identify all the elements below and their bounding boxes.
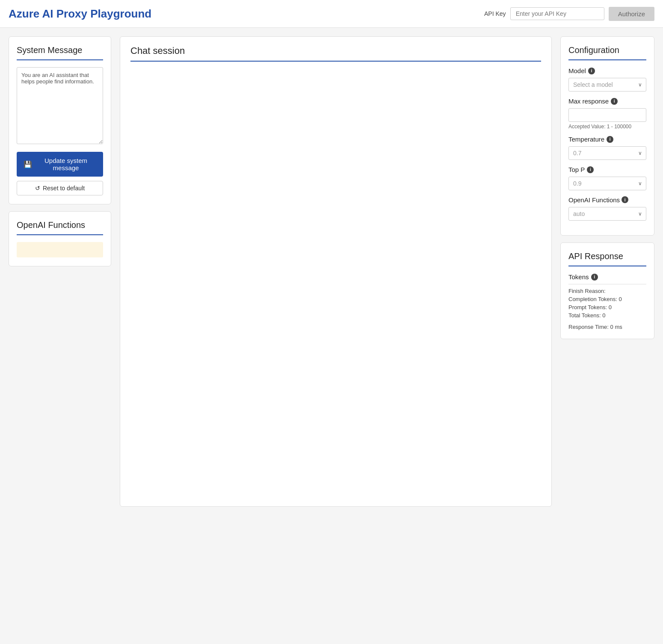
openai-functions-info-icon[interactable]: i <box>622 196 628 203</box>
api-key-input[interactable] <box>510 7 604 20</box>
model-section: Model i Select a model <box>568 67 646 92</box>
max-response-info-icon[interactable]: i <box>611 98 618 105</box>
system-message-textarea[interactable]: You are an AI assistant that helps peopl… <box>17 67 103 144</box>
model-select-wrapper: Select a model <box>568 78 646 92</box>
save-icon: 💾 <box>24 160 32 168</box>
temperature-select-wrapper: 0.7 <box>568 146 646 160</box>
header-right: API Key Authorize <box>484 7 654 21</box>
api-response-title: API Response <box>568 251 646 261</box>
prompt-tokens-row: Prompt Tokens: 0 <box>568 304 646 310</box>
max-response-label: Max response i <box>568 97 646 105</box>
total-tokens-value: 0 <box>602 312 605 319</box>
chat-session-title: Chat session <box>130 45 541 56</box>
right-column: Configuration Model i Select a model Max… <box>560 36 654 339</box>
update-system-message-button[interactable]: 💾 Update system message <box>17 152 103 177</box>
model-select[interactable]: Select a model <box>568 78 646 92</box>
temperature-section: Temperature i 0.7 <box>568 136 646 160</box>
openai-functions-title: OpenAI Functions <box>17 220 103 230</box>
tokens-info-icon[interactable]: i <box>591 274 598 281</box>
openai-functions-card: OpenAI Functions <box>9 211 111 266</box>
reset-icon: ↺ <box>35 185 40 192</box>
max-response-section: Max response i 50000 Accepted Value: 1 -… <box>568 97 646 130</box>
top-p-label: Top P i <box>568 166 646 173</box>
chat-divider <box>130 61 541 62</box>
completion-tokens-row: Completion Tokens: 0 <box>568 296 646 302</box>
app-title: Azure AI Proxy Playground <box>9 7 151 21</box>
model-label: Model i <box>568 67 646 74</box>
reset-button-label: Reset to default <box>43 185 85 192</box>
openai-functions-config-label: OpenAI Functions i <box>568 196 646 204</box>
api-response-card: API Response Tokens i Finish Reason: Com… <box>560 242 654 339</box>
api-response-divider <box>568 266 646 266</box>
top-p-select[interactable]: 0.9 <box>568 177 646 190</box>
main-content: System Message You are an AI assistant t… <box>0 28 663 515</box>
top-p-info-icon[interactable]: i <box>587 166 594 173</box>
temperature-label: Temperature i <box>568 136 646 143</box>
tokens-section: Tokens i Finish Reason: Completion Token… <box>568 273 646 330</box>
system-message-divider <box>17 59 103 60</box>
max-response-hint: Accepted Value: 1 - 100000 <box>568 124 646 130</box>
header: Azure AI Proxy Playground API Key Author… <box>0 0 663 28</box>
top-p-section: Top P i 0.9 <box>568 166 646 190</box>
api-key-label: API Key <box>484 10 506 17</box>
model-info-icon[interactable]: i <box>588 68 595 74</box>
temperature-select[interactable]: 0.7 <box>568 146 646 160</box>
finish-reason-row: Finish Reason: <box>568 288 646 294</box>
reset-to-default-button[interactable]: ↺ Reset to default <box>17 181 103 195</box>
openai-functions-select-wrapper: auto <box>568 207 646 221</box>
authorize-button[interactable]: Authorize <box>609 7 654 21</box>
left-column: System Message You are an AI assistant t… <box>9 36 111 266</box>
temperature-info-icon[interactable]: i <box>607 136 613 143</box>
configuration-card: Configuration Model i Select a model Max… <box>560 36 654 236</box>
configuration-divider <box>568 59 646 60</box>
max-response-input[interactable]: 50000 <box>568 108 646 122</box>
update-button-label: Update system message <box>36 157 96 171</box>
configuration-title: Configuration <box>568 45 646 55</box>
response-time-value: 0 ms <box>610 324 622 330</box>
tokens-label: Tokens i <box>568 273 646 284</box>
openai-functions-divider <box>17 234 103 235</box>
openai-functions-select[interactable]: auto <box>568 207 646 221</box>
chat-session-panel: Chat session <box>120 36 552 507</box>
response-time-row: Response Time: 0 ms <box>568 324 646 330</box>
openai-functions-config-section: OpenAI Functions i auto <box>568 196 646 221</box>
total-tokens-row: Total Tokens: 0 <box>568 312 646 319</box>
openai-functions-placeholder <box>17 242 103 257</box>
prompt-tokens-value: 0 <box>609 304 612 310</box>
completion-tokens-value: 0 <box>619 296 622 302</box>
top-p-select-wrapper: 0.9 <box>568 177 646 190</box>
system-message-title: System Message <box>17 45 103 55</box>
system-message-card: System Message You are an AI assistant t… <box>9 36 111 204</box>
